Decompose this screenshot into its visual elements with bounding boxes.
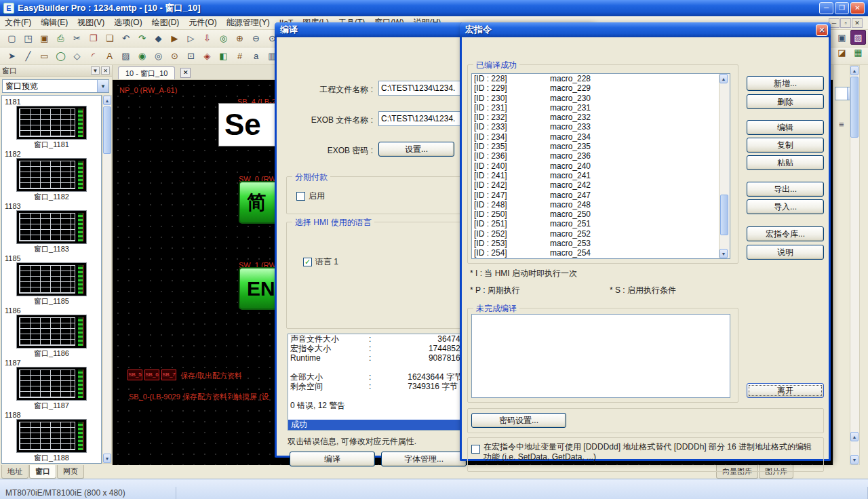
password-settings-button[interactable]: 密码设置...: [471, 413, 566, 428]
checkbox-box[interactable]: [471, 445, 480, 454]
menu-item[interactable]: 视图(V): [73, 16, 109, 30]
import-macro-button[interactable]: 导入...: [747, 199, 824, 214]
save-icon[interactable]: ▣: [37, 31, 52, 46]
ascii-object-icon[interactable]: a: [248, 49, 264, 64]
scroll-up-icon[interactable]: ▲: [850, 432, 859, 441]
numeric-object-label[interactable]: NP_0 (RW_A-61): [119, 86, 177, 94]
delete-macro-button[interactable]: 删除: [747, 94, 824, 109]
compile-button[interactable]: 编译: [290, 452, 375, 466]
window-thumbnail[interactable]: [16, 210, 87, 244]
minimize-button[interactable]: ─: [819, 2, 833, 14]
shape-library-icon[interactable]: ◪: [834, 45, 850, 60]
macro-list-item[interactable]: [ID : 250] macro_250: [472, 209, 719, 219]
paste-macro-button[interactable]: 粘贴: [747, 155, 824, 170]
macro-list-item[interactable]: [ID : 235] macro_235: [472, 142, 719, 151]
macro-list-item[interactable]: [ID : 242] macro_242: [472, 180, 719, 190]
tab-close-icon[interactable]: ✕: [180, 68, 191, 78]
window-list-item[interactable]: 1186 窗口_1186: [2, 306, 101, 358]
tab-window-10[interactable]: 10 - 窗口_10: [118, 66, 175, 79]
tab-window[interactable]: 窗口: [29, 465, 56, 479]
mdi-close-button[interactable]: ✕: [852, 18, 863, 28]
set-word-icon[interactable]: ⊡: [183, 49, 199, 64]
scroll-down-icon[interactable]: ▼: [850, 455, 859, 464]
macro-list-item[interactable]: [ID : 240] macro_240: [472, 161, 719, 171]
window-list-scrollbar[interactable]: ▲ ▼: [102, 95, 112, 464]
open-file-icon[interactable]: ◳: [20, 31, 36, 46]
paste-icon[interactable]: ❏: [102, 31, 117, 46]
toggle-switch-icon[interactable]: ◈: [199, 49, 215, 64]
close-icon[interactable]: ✕: [816, 24, 828, 36]
image-icon[interactable]: ▨: [118, 49, 134, 64]
polygon-icon[interactable]: ◇: [69, 49, 85, 64]
help-button[interactable]: 说明: [747, 245, 824, 260]
zoom-in-icon[interactable]: ⊕: [232, 31, 248, 46]
menu-item[interactable]: 元件(O): [184, 16, 221, 30]
window-thumbnail[interactable]: [16, 106, 87, 140]
new-file-icon[interactable]: ▢: [4, 31, 20, 46]
window-thumbnail[interactable]: [16, 367, 87, 401]
macro-list-item[interactable]: [ID : 230] macro_230: [472, 94, 719, 103]
panel-collapse-icon[interactable]: ▼: [91, 66, 100, 75]
macro-list-item[interactable]: [ID : 234] macro_234: [472, 132, 719, 142]
cut-icon[interactable]: ✂: [69, 31, 85, 46]
chevron-down-icon[interactable]: ▼: [97, 80, 108, 92]
multi-state-switch-icon[interactable]: ◧: [216, 49, 231, 64]
scroll-up-icon[interactable]: ▲: [719, 74, 728, 83]
scrollbar-thumb[interactable]: [850, 77, 859, 138]
scrollbar-thumb[interactable]: [720, 195, 728, 235]
copy-icon[interactable]: ❐: [85, 31, 101, 46]
address-grid-icon[interactable]: ▦: [850, 45, 866, 60]
close-button[interactable]: ✕: [850, 2, 865, 14]
macro-list-item[interactable]: [ID : 232] macro_232: [472, 113, 719, 122]
word-lamp-icon[interactable]: ◎: [151, 49, 166, 64]
scroll-up-icon[interactable]: ▲: [850, 66, 859, 75]
recipe-row-label[interactable]: 保存/取出配方资料: [180, 371, 242, 381]
macro-list-item[interactable]: [ID : 236] macro_236: [472, 151, 719, 161]
set-bit-object[interactable]: SB_7: [161, 370, 176, 380]
exob-password-set-button[interactable]: 设置...: [378, 142, 454, 157]
rectangle-icon[interactable]: ▭: [37, 49, 52, 64]
font-management-icon[interactable]: ▣: [834, 30, 850, 45]
macro-list-item[interactable]: [ID : 251] macro_251: [472, 219, 719, 228]
checkbox-box[interactable]: ✓: [303, 258, 312, 266]
print-icon[interactable]: ⎙: [53, 31, 68, 46]
offline-simulation-icon[interactable]: ▷: [183, 31, 199, 46]
export-macro-button[interactable]: 导出...: [747, 182, 824, 197]
set-bit-icon[interactable]: ⊙: [167, 49, 182, 64]
line-icon[interactable]: ╱: [20, 49, 36, 64]
menu-item[interactable]: 能源管理(Y): [222, 16, 275, 30]
edit-macro-button[interactable]: 编辑: [747, 120, 824, 135]
window-list-item[interactable]: 1188 窗口_1188: [2, 410, 101, 462]
macro-list-item[interactable]: [ID : 254] macro_254: [472, 248, 719, 258]
library-scrollbar[interactable]: ▲ ▲ ▼: [850, 65, 860, 465]
menu-item[interactable]: 编辑(E): [36, 16, 73, 30]
macro-library-button[interactable]: 宏指令库...: [747, 226, 824, 241]
select-pointer-icon[interactable]: ➤: [4, 49, 20, 64]
text-icon[interactable]: A: [102, 49, 117, 64]
window-list-item[interactable]: 1183 窗口_1183: [2, 201, 101, 254]
menu-item[interactable]: 文件(F): [0, 16, 36, 30]
recipe-save-label[interactable]: SB_0-(LB-9029 保存配方资料到触摸屏 (设: [129, 392, 269, 402]
zoom-out-icon[interactable]: ⊖: [248, 31, 264, 46]
window-list-item[interactable]: 1182 窗口_1182: [2, 149, 101, 201]
uncompiled-macro-list[interactable]: [471, 314, 730, 398]
title-bar[interactable]: E EasyBuilder Pro : 1234.emtp - [10 - 窗口…: [0, 0, 868, 16]
address-format-checkbox[interactable]: 在宏指令中地址变量可使用 [DDDDdd] 地址格式替代 [DDDDh] 部分 …: [471, 442, 814, 462]
macro-list-item[interactable]: [ID : 233] macro_233: [472, 122, 719, 132]
window-thumbnail[interactable]: [16, 315, 87, 348]
scroll-down-icon[interactable]: ▼: [719, 249, 728, 258]
macro-list-item[interactable]: [ID : 231] macro_231: [472, 103, 719, 113]
find-icon[interactable]: ◎: [216, 31, 231, 46]
macro-list-item[interactable]: [ID : 252] macro_252: [472, 229, 719, 239]
scroll-down-icon[interactable]: ▼: [103, 454, 111, 463]
undo-icon[interactable]: ↶: [118, 31, 134, 46]
window-thumbnail[interactable]: [16, 262, 87, 296]
new-macro-button[interactable]: 新增...: [747, 76, 824, 91]
download-icon[interactable]: ⇩: [199, 31, 215, 46]
scrollbar-thumb[interactable]: [103, 106, 111, 154]
mdi-restore-button[interactable]: ▫: [840, 18, 851, 28]
enable-checkbox[interactable]: 启用: [296, 191, 325, 202]
redo-icon[interactable]: ↷: [134, 31, 150, 46]
set-bit-object[interactable]: SB_6: [144, 370, 159, 380]
window-thumbnail[interactable]: [16, 419, 87, 453]
